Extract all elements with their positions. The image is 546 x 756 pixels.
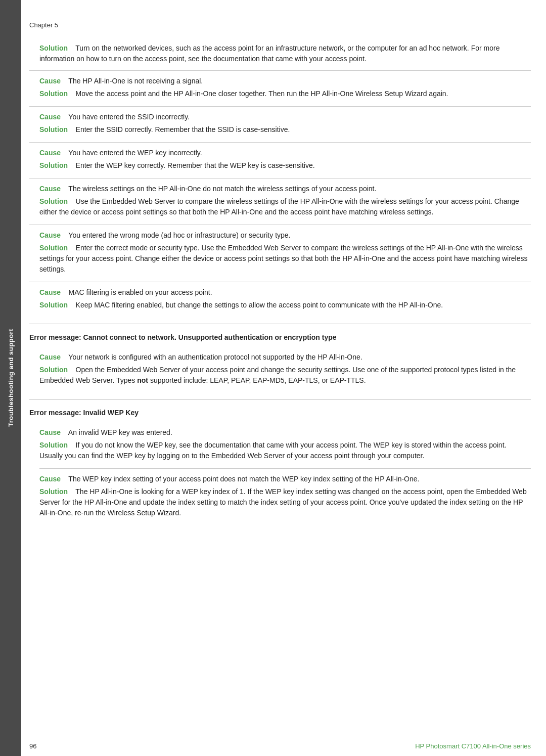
error-heading-1: Error message: Cannot connect to network… xyxy=(29,332,531,343)
entry-solution-only: Solution Turn on the networked devices, … xyxy=(29,38,531,71)
solution-label-7: Solution xyxy=(39,301,68,309)
page-number: 96 xyxy=(29,742,36,750)
cause-label-3: Cause xyxy=(39,149,61,157)
cause-label-1: Cause xyxy=(39,77,61,85)
solution-label-8: Solution xyxy=(39,366,68,374)
entry-3: Cause You have entered the WEP key incor… xyxy=(29,143,531,179)
entry-6: Cause MAC filtering is enabled on your a… xyxy=(29,282,531,318)
entry-2: Cause You have entered the SSID incorrec… xyxy=(29,107,531,143)
chapter-label: Chapter 5 xyxy=(29,21,58,29)
entry-4: Cause The wireless settings on the HP Al… xyxy=(29,179,531,225)
solution-label-4: Solution xyxy=(39,161,68,169)
cause-label-4: Cause xyxy=(39,185,61,193)
error-heading-2: Error message: Invalid WEP Key xyxy=(29,408,531,418)
solution-label-2: Solution xyxy=(39,90,68,98)
entry-5: Cause You entered the wrong mode (ad hoc… xyxy=(29,225,531,282)
cause-label-5: Cause xyxy=(39,231,61,239)
cause-label-7: Cause xyxy=(39,353,61,361)
error-2-entry-1: Cause An invalid WEP key was entered. So… xyxy=(39,422,531,469)
cause-label-9: Cause xyxy=(39,475,61,483)
solution-label-10: Solution xyxy=(39,487,68,496)
error-2-entries: Cause An invalid WEP key was entered. So… xyxy=(29,422,531,525)
cause-label-8: Cause xyxy=(39,428,61,436)
cause-label-2: Cause xyxy=(39,113,61,121)
main-content: Solution Turn on the networked devices, … xyxy=(29,38,531,731)
first-section: Solution Turn on the networked devices, … xyxy=(29,38,531,324)
solution-label-6: Solution xyxy=(39,244,68,252)
error-section-1: Error message: Cannot connect to network… xyxy=(29,324,531,399)
solution-label-9: Solution xyxy=(39,441,68,449)
product-name: HP Photosmart C7100 All-in-One series xyxy=(415,742,531,750)
error-1-entry-1: Cause Your network is configured with an… xyxy=(39,347,531,393)
sidebar-label: Troubleshooting and support xyxy=(7,329,15,427)
footer: 96 HP Photosmart C7100 All-in-One series xyxy=(29,742,531,750)
cause-label-6: Cause xyxy=(39,288,61,296)
error-2-entry-2: Cause The WEP key index setting of your … xyxy=(39,469,531,525)
solution-label-1: Solution xyxy=(39,44,68,52)
solution-label-3: Solution xyxy=(39,125,68,134)
error-section-2: Error message: Invalid WEP Key Cause An … xyxy=(29,399,531,531)
error-1-entries: Cause Your network is configured with an… xyxy=(29,347,531,393)
sidebar: Troubleshooting and support xyxy=(0,0,21,756)
solution-label-5: Solution xyxy=(39,197,68,205)
entry-1: Cause The HP All-in-One is not receiving… xyxy=(29,71,531,107)
solution-text-1: Solution Turn on the networked devices, … xyxy=(39,43,531,64)
